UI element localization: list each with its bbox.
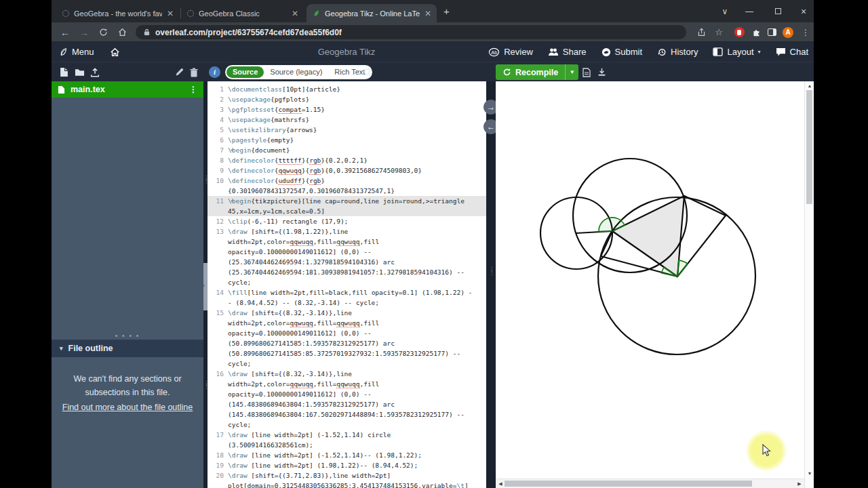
code-line-16[interactable]: 16\draw [shift={(8.32,-3.14)},line width… xyxy=(208,369,486,430)
browser-menu-kebab-icon[interactable]: ⋮ xyxy=(797,22,814,42)
new-folder-button[interactable] xyxy=(73,62,86,82)
recompile-button[interactable]: Recompile ▼ xyxy=(496,64,578,80)
share-button[interactable]: Share xyxy=(548,47,587,57)
scroll-up-arrow-icon[interactable]: ▲ xyxy=(805,83,814,88)
editor-preview-divider[interactable]: → ← ⋮⋮⋮⋮ xyxy=(486,81,496,488)
line-number: 9 xyxy=(208,165,228,176)
browser-window: GeoGebra - the world's favorite. ✕ GeoGe… xyxy=(52,0,814,488)
profile-avatar[interactable]: A xyxy=(780,22,796,42)
file-outline-header[interactable]: ▾ File outline xyxy=(52,340,203,357)
project-home-button[interactable] xyxy=(110,42,120,62)
code-line-12[interactable]: 12\clip(-6,-11) rectangle (17,9); xyxy=(208,216,486,226)
code-line-2[interactable]: 2\usepackage{pgfplots} xyxy=(208,94,486,104)
window-restore-down-icon[interactable]: ∨ xyxy=(715,0,735,22)
code-text: \begin{tikzpicture}[line cap=round,line … xyxy=(228,196,476,216)
fold-arrow-icon[interactable]: ▾ xyxy=(231,197,233,207)
code-line-10[interactable]: 10\definecolor{ududff}{rgb} {0.301960784… xyxy=(208,176,486,196)
extensions-puzzle-icon[interactable] xyxy=(748,22,764,42)
tab-close-icon[interactable]: ✕ xyxy=(425,9,431,18)
screen: GeoGebra - the world's favorite. ✕ GeoGe… xyxy=(0,0,868,488)
rename-pencil-icon[interactable] xyxy=(172,62,186,82)
code-line-8[interactable]: 8\definecolor{ttttff}{rgb}{0.2,0.2,1} xyxy=(208,155,486,165)
code-line-11[interactable]: 11▾\begin{tikzpicture}[line cap=round,li… xyxy=(208,196,486,216)
browser-tab-1[interactable]: GeoGebra - the world's favorite. ✕ xyxy=(57,4,179,22)
outline-help-link[interactable]: Find out more about the file outline xyxy=(62,401,193,414)
forward-button-icon[interactable]: → xyxy=(76,22,92,42)
mode-source-legacy[interactable]: Source (legacy) xyxy=(264,66,328,78)
reload-button-icon[interactable] xyxy=(95,22,111,42)
preview-hscrollbar[interactable]: ◀ ▶ xyxy=(496,479,804,488)
new-file-button[interactable] xyxy=(57,62,71,82)
code-editor[interactable]: 1\documentclass[10pt]{article}2\usepacka… xyxy=(208,81,486,488)
new-tab-button[interactable]: + xyxy=(443,5,450,17)
mouse-cursor-icon xyxy=(762,444,773,458)
preview-vscrollbar[interactable]: ▲ ▼ xyxy=(804,81,814,488)
preview-vscrollbar-thumb[interactable] xyxy=(806,90,812,204)
code-line-5[interactable]: 5\usetikzlibrary{arrows} xyxy=(208,125,486,135)
line-number: 5 xyxy=(208,125,228,135)
side-panel-icon[interactable] xyxy=(764,22,780,42)
home-button-icon[interactable] xyxy=(114,22,130,42)
browser-tab-2[interactable]: GeoGebra Classic ✕ xyxy=(182,4,304,22)
info-icon[interactable]: i xyxy=(209,66,220,78)
code-line-17[interactable]: 17\draw [line width=2pt] (-1.52,1.14) ci… xyxy=(208,430,486,450)
code-line-20[interactable]: 20\draw [shift={(3.71,2.83)},line width=… xyxy=(208,470,486,488)
scroll-left-arrow-icon[interactable]: ◀ xyxy=(496,479,505,488)
history-button[interactable]: History xyxy=(657,47,698,57)
submit-button[interactable]: Submit xyxy=(601,47,642,57)
tab-close-icon[interactable]: ✕ xyxy=(167,9,174,18)
file-item-maintex[interactable]: main.tex ⋮ xyxy=(52,81,203,98)
code-text: \definecolor{qqwuqq}{rgb}{0,0.3921568627… xyxy=(228,165,476,176)
code-line-4[interactable]: 4\usepackage{mathrsfs} xyxy=(208,115,486,125)
chevron-left-icon: ‹ xyxy=(203,282,205,289)
mode-source[interactable]: Source xyxy=(226,66,264,78)
code-line-13[interactable]: 13\draw [shift={(1.98,1.22)},line width=… xyxy=(208,226,486,287)
window-minimize-icon[interactable]: — xyxy=(739,0,760,22)
figure-angle-mark-2 xyxy=(677,260,688,277)
line-number: 17 xyxy=(208,430,228,450)
adblock-extension-icon[interactable] xyxy=(731,22,747,42)
symbol-palette-button[interactable]: Ω xyxy=(363,62,370,82)
outline-drag-handle[interactable]: • • • • xyxy=(52,333,203,339)
figure-segment-4 xyxy=(684,196,726,216)
scroll-right-arrow-icon[interactable]: ▶ xyxy=(795,479,804,488)
compile-log-icon[interactable] xyxy=(580,62,593,82)
review-button[interactable]: Ab Review xyxy=(488,47,533,57)
code-lines: 1\documentclass[10pt]{article}2\usepacka… xyxy=(208,84,486,488)
download-pdf-icon[interactable] xyxy=(595,62,608,82)
tab-close-icon[interactable]: ✕ xyxy=(292,9,298,18)
chat-button[interactable]: Chat xyxy=(776,47,808,57)
code-line-9[interactable]: 9\definecolor{qqwuqq}{rgb}{0,0.392156862… xyxy=(208,165,486,176)
window-close-icon[interactable]: × xyxy=(793,0,814,22)
code-line-3[interactable]: 3\pgfplotsset{compat=1.15} xyxy=(208,104,486,115)
code-text: \pagestyle{empty} xyxy=(228,135,476,145)
code-line-7[interactable]: 7▾\begin{document} xyxy=(208,145,486,155)
menu-button[interactable]: Menu xyxy=(58,42,94,62)
upload-button[interactable] xyxy=(88,62,102,82)
scroll-down-arrow-icon[interactable]: ▼ xyxy=(805,471,814,476)
project-title: Geogebra Tikz xyxy=(208,42,486,62)
address-bar[interactable]: overleaf.com/project/63755674cefd67dea55… xyxy=(136,25,686,39)
editor-toolbar: i Source Source (legacy) Rich Text Ω Rec… xyxy=(52,62,814,81)
bookmark-star-icon[interactable]: ☆ xyxy=(711,22,727,42)
layout-button[interactable]: Layout ▾ xyxy=(713,47,760,57)
code-line-18[interactable]: 18\draw [line width=2pt] (-1.52,1.14)-- … xyxy=(208,450,486,460)
delete-trash-icon[interactable] xyxy=(187,62,201,82)
pdf-preview[interactable] xyxy=(496,81,804,479)
code-line-15[interactable]: 15\draw [shift={(8.32,-3.14)},line width… xyxy=(208,308,486,369)
back-button-icon[interactable]: ← xyxy=(57,22,73,42)
code-text: \usepackage{pgfplots} xyxy=(228,94,476,104)
code-line-6[interactable]: 6\pagestyle{empty} xyxy=(208,135,486,145)
layout-columns-icon xyxy=(713,47,723,56)
preview-hscrollbar-thumb[interactable] xyxy=(505,481,752,487)
browser-tab-3-active[interactable]: Geogebra Tikz - Online LaTeX Ed ✕ xyxy=(307,4,437,22)
code-line-14[interactable]: 14\fill[line width=2pt,fill=black,fill o… xyxy=(208,287,486,308)
code-line-19[interactable]: 19\draw [line width=2pt] (1.98,1.22)-- (… xyxy=(208,460,486,470)
window-maximize-icon[interactable] xyxy=(768,0,788,22)
share-page-icon[interactable] xyxy=(693,22,709,42)
recompile-dropdown[interactable]: ▼ xyxy=(565,64,578,80)
line-number: 4 xyxy=(208,115,228,125)
fold-arrow-icon[interactable]: ▾ xyxy=(231,146,233,156)
file-menu-kebab-icon[interactable]: ⋮ xyxy=(189,85,197,94)
code-line-1[interactable]: 1\documentclass[10pt]{article} xyxy=(208,84,486,94)
